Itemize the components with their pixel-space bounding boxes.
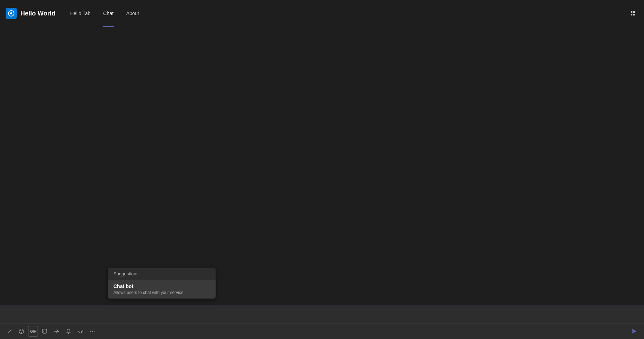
svg-point-12 <box>92 331 93 332</box>
forward-button[interactable] <box>51 326 62 337</box>
svg-rect-3 <box>633 11 635 13</box>
suggestion-title: Chat bot <box>113 283 210 289</box>
loop-button[interactable] <box>75 326 86 337</box>
more-button[interactable] <box>87 326 98 337</box>
main-content: Suggestions Chat bot Allows users to cha… <box>0 27 644 339</box>
svg-line-6 <box>11 330 11 331</box>
sticker-button[interactable] <box>39 326 50 337</box>
tab-chat-tab[interactable]: Chat <box>97 0 120 27</box>
svg-rect-10 <box>42 329 47 333</box>
suggestions-header: Suggestions <box>108 268 216 280</box>
svg-point-1 <box>10 12 12 14</box>
svg-point-7 <box>19 329 24 334</box>
svg-rect-5 <box>633 14 635 15</box>
tab-about-tab[interactable]: About <box>120 0 145 27</box>
svg-rect-2 <box>631 11 632 13</box>
input-area: GIF <box>0 306 644 339</box>
gif-button[interactable]: GIF <box>28 326 38 337</box>
nav-tabs: Hello Tab Chat About <box>64 0 145 27</box>
chat-area <box>0 27 644 306</box>
svg-point-8 <box>20 331 21 331</box>
audio-button[interactable] <box>63 326 74 337</box>
header-right <box>627 8 638 19</box>
toolbar-row: GIF <box>0 323 644 339</box>
expand-icon-button[interactable] <box>627 8 638 19</box>
format-button[interactable] <box>4 326 15 337</box>
svg-rect-4 <box>631 14 632 15</box>
svg-point-11 <box>90 331 91 332</box>
header: Hello World Hello Tab Chat About <box>0 0 644 27</box>
app-title: Hello World <box>20 10 55 17</box>
svg-point-9 <box>22 331 23 331</box>
svg-point-13 <box>94 331 94 332</box>
suggestion-item[interactable]: Chat bot Allows users to chat with your … <box>108 280 216 299</box>
emoji-button[interactable] <box>16 326 27 337</box>
input-row <box>0 306 644 323</box>
tab-hello-tab[interactable]: Hello Tab <box>64 0 97 27</box>
chat-input[interactable] <box>4 311 640 319</box>
app-icon <box>6 8 17 19</box>
suggestion-description: Allows users to chat with your service <box>113 290 210 295</box>
send-button[interactable] <box>629 326 640 337</box>
suggestions-popup: Suggestions Chat bot Allows users to cha… <box>108 268 216 299</box>
